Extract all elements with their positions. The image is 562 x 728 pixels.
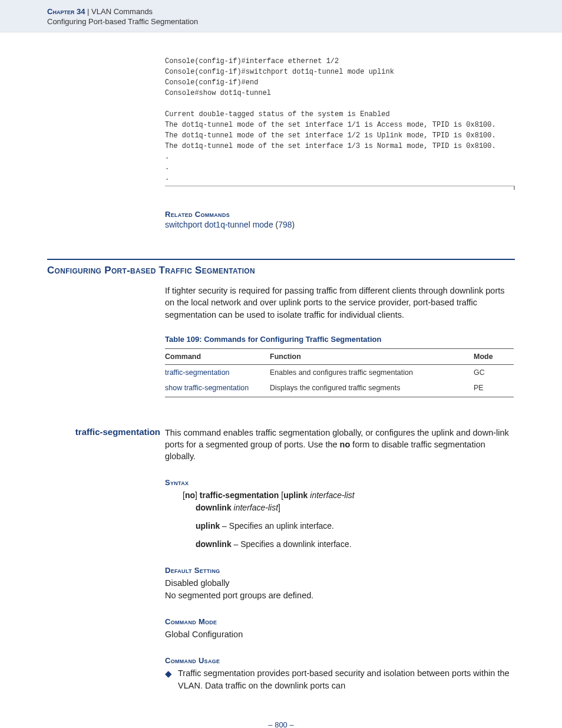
default-setting-line2: No segmented port groups are defined.	[165, 589, 515, 602]
usage-bullet-1: ◆ Traffic segmentation provides port-bas…	[165, 667, 515, 692]
related-link[interactable]: switchport dot1q-tunnel mode	[165, 220, 273, 229]
bracket-close2: ]	[278, 503, 280, 512]
header-chapter-line: Chapter 34 | VLAN Commands	[47, 7, 515, 16]
chapter-title: VLAN Commands	[91, 7, 153, 16]
command-name-label: traffic-segmentation	[47, 427, 165, 463]
default-setting-heading: Default Setting	[165, 566, 515, 575]
diamond-bullet-icon: ◆	[165, 668, 172, 692]
cmd-func: Displays the configured traffic segments	[270, 380, 474, 397]
kw-uplink: uplink	[283, 490, 308, 500]
param-uplink-desc: – Specifies an uplink interface.	[220, 521, 334, 531]
command-definition: traffic-segmentation This command enable…	[47, 427, 515, 463]
header-subtitle: Configuring Port-based Traffic Segmentat…	[47, 17, 515, 26]
bracket-close-sp: ]	[195, 490, 200, 500]
cmd-mode: PE	[474, 380, 514, 397]
page-header: Chapter 34 | VLAN Commands Configuring P…	[0, 0, 562, 32]
kw-downlink: downlink	[196, 503, 232, 512]
header-separator: |	[85, 7, 91, 16]
section-rule	[47, 259, 515, 260]
bracket-open2: [	[279, 490, 283, 500]
command-mode-text: Global Configuration	[165, 628, 515, 641]
ref-open: (	[273, 220, 279, 229]
syntax-line-2: downlink interface-list]	[196, 502, 515, 514]
command-description: This command enables traffic segmentatio…	[165, 427, 515, 463]
table-caption: Table 109: Commands for Configuring Traf…	[165, 335, 515, 344]
cmd-mode: GC	[474, 364, 514, 380]
cmd-link-traffic-segmentation[interactable]: traffic-segmentation	[165, 368, 230, 377]
syntax-param-uplink: uplink – Specifies an uplink interface.	[196, 520, 515, 532]
syntax-block: [no] traffic-segmentation [uplink interf…	[183, 489, 515, 551]
usage-bullet-text: Traffic segmentation provides port-based…	[178, 667, 515, 692]
param-uplink: uplink	[196, 521, 220, 531]
arg-interface-list: interface-list	[308, 490, 354, 500]
related-commands-heading: Related Commands	[165, 210, 515, 219]
th-command: Command	[165, 348, 270, 364]
chapter-label: Chapter 34	[47, 7, 85, 16]
table-header-row: Command Function Mode	[165, 348, 514, 364]
page: Chapter 34 | VLAN Commands Configuring P…	[0, 0, 562, 728]
ref-close: )	[292, 220, 295, 229]
param-downlink-desc: – Specifies a downlink interface.	[232, 539, 352, 549]
cmd-func: Enables and configures traffic segmentat…	[270, 364, 474, 380]
command-mode-heading: Command Mode	[165, 617, 515, 626]
syntax-line-1: [no] traffic-segmentation [uplink interf…	[183, 489, 515, 502]
kw-traffic-segmentation: traffic-segmentation	[200, 490, 279, 500]
table-row: show traffic-segmentation Displays the c…	[165, 380, 514, 397]
table-row: traffic-segmentation Enables and configu…	[165, 364, 514, 380]
command-usage-heading: Command Usage	[165, 656, 515, 665]
th-function: Function	[270, 348, 474, 364]
console-output: Console(config-if)#interface ethernet 1/…	[165, 56, 515, 183]
page-number: – 800 –	[47, 720, 515, 728]
th-mode: Mode	[474, 348, 514, 364]
cmd-link-show-traffic-segmentation[interactable]: show traffic-segmentation	[165, 384, 249, 392]
param-downlink: downlink	[196, 539, 232, 549]
commands-table: Command Function Mode traffic-segmentati…	[165, 348, 514, 397]
section-intro: If tighter security is required for pass…	[165, 285, 515, 321]
page-content: Console(config-if)#interface ethernet 1/…	[0, 56, 562, 728]
syntax-param-downlink: downlink – Specifies a downlink interfac…	[196, 538, 515, 551]
code-rule	[165, 186, 515, 190]
desc-no: no	[340, 440, 351, 449]
arg-interface-list-2: interface-list	[232, 503, 278, 512]
syntax-heading: Syntax	[165, 478, 515, 487]
related-commands-line: switchport dot1q-tunnel mode (798)	[165, 220, 515, 229]
kw-no: no	[185, 490, 195, 500]
related-page-ref[interactable]: 798	[278, 220, 292, 229]
default-setting-line1: Disabled globally	[165, 577, 515, 589]
section-title: Configuring Port-based Traffic Segmentat…	[47, 265, 515, 276]
